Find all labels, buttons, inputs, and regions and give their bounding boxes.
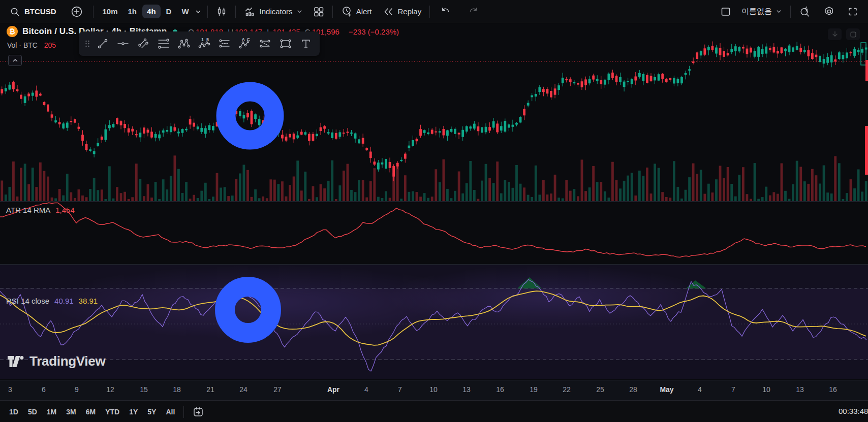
interval-4h[interactable]: 4h	[142, 5, 161, 18]
toolbar-divider	[183, 406, 184, 418]
time-label: 15	[140, 385, 148, 394]
bitcoin-logo-icon: ₿	[7, 26, 18, 37]
time-label: 3	[8, 385, 12, 394]
symbol-search-button[interactable]: BTCUSD	[6, 5, 60, 19]
time-label: 7	[398, 385, 402, 394]
chart-type-button[interactable]	[212, 4, 231, 19]
quick-search-button[interactable]	[795, 4, 815, 20]
save-layout-button[interactable]	[717, 4, 735, 19]
tradingview-logo-icon	[7, 355, 24, 368]
drag-handle[interactable]	[83, 34, 92, 54]
top-toolbar: BTCUSD 10m1h4hDW Indicators Alert	[0, 0, 868, 23]
rectangle-tool[interactable]	[276, 34, 295, 54]
rsi-value: 40.91	[54, 297, 74, 305]
fullscreen-icon	[847, 6, 858, 17]
time-label: 7	[731, 385, 735, 394]
redo-icon	[468, 6, 479, 17]
volume-row[interactable]: Vol · BTC 205	[7, 41, 56, 49]
time-label: 24	[239, 385, 247, 394]
tradingview-watermark: TradingView	[7, 353, 105, 369]
time-label: 19	[530, 385, 538, 394]
range-1D[interactable]: 1D	[5, 406, 22, 418]
symbol-name: BTCUSD	[24, 7, 56, 16]
quick-search-lightning-icon	[799, 6, 811, 18]
text-tool[interactable]	[296, 34, 316, 54]
interval-D[interactable]: D	[162, 5, 176, 18]
chart-canvas[interactable]	[0, 23, 868, 380]
tradingview-watermark-text: TradingView	[29, 353, 105, 369]
layouts-grid-button[interactable]	[309, 4, 328, 19]
toolbar-divider	[790, 6, 791, 18]
interval-1h[interactable]: 1h	[123, 5, 142, 18]
replay-button[interactable]: Replay	[379, 4, 425, 19]
drawing-toolbar: 15 AC	[79, 31, 320, 56]
range-All[interactable]: All	[162, 406, 179, 418]
candles-icon	[216, 6, 227, 17]
scroll-to-recent-button[interactable]	[828, 28, 842, 40]
layout-name: 이름없음	[741, 7, 772, 16]
xabcd-pattern-tool[interactable]	[174, 34, 194, 54]
range-6M[interactable]: 6M	[82, 406, 100, 418]
projection-tool[interactable]	[256, 34, 275, 54]
time-label: 9	[75, 385, 79, 394]
long-position-tool[interactable]	[215, 34, 234, 54]
elliott-wave-tool[interactable]: 15	[195, 34, 214, 54]
range-1Y[interactable]: 1Y	[125, 406, 142, 418]
rsi-indicator-legend[interactable]: RSI 14 close40.9138.91	[6, 297, 98, 305]
time-label: 13	[462, 385, 471, 394]
alert-button[interactable]: Alert	[337, 4, 376, 19]
add-symbol-button[interactable]	[67, 4, 86, 20]
indicators-label: Indicators	[260, 7, 293, 16]
range-5Y[interactable]: 5Y	[143, 406, 160, 418]
pane-quick-buttons	[828, 28, 860, 40]
time-label: 4	[698, 385, 702, 394]
range-1M[interactable]: 1M	[43, 406, 60, 418]
range-YTD[interactable]: YTD	[101, 406, 123, 418]
redo-button[interactable]	[464, 4, 482, 19]
plus-circle-icon	[71, 6, 83, 18]
rsi-band-fill	[0, 288, 868, 360]
time-label: 12	[106, 385, 114, 394]
toolbar-divider	[429, 6, 430, 18]
bar-close-countdown: 00:33:48	[839, 407, 868, 415]
time-label: 13	[796, 385, 804, 394]
volume-value: 205	[44, 41, 56, 49]
time-label: 27	[273, 385, 282, 394]
settings-button[interactable]	[820, 4, 839, 19]
atr-label: ATR 14 RMA	[6, 206, 50, 214]
maximize-pane-button[interactable]	[846, 28, 860, 40]
fib-retracement-tool[interactable]	[154, 34, 173, 54]
chevron-down-icon	[776, 8, 782, 15]
time-label: 6	[42, 385, 46, 394]
toolbar-divider	[235, 6, 236, 18]
annotation-circle	[226, 92, 274, 140]
time-label: 16	[829, 385, 837, 394]
interval-menu-button[interactable]	[194, 6, 203, 17]
collapse-pane-button[interactable]	[8, 55, 22, 66]
atr-value: 1,454	[55, 206, 75, 214]
range-3M[interactable]: 3M	[62, 406, 80, 418]
interval-W[interactable]: W	[177, 5, 193, 18]
undo-button[interactable]	[437, 4, 455, 19]
chevron-up-icon	[12, 57, 18, 63]
toolbar-divider	[93, 6, 94, 18]
indicators-button[interactable]: Indicators	[240, 4, 306, 20]
grid-icon	[313, 6, 324, 17]
bottom-toolbar: 1D5D1M3M6MYTD1Y5YAll	[0, 400, 868, 422]
layout-name-button[interactable]: 이름없음	[738, 5, 786, 18]
parallel-channel-tool[interactable]	[134, 34, 153, 54]
go-to-date-button[interactable]	[189, 404, 208, 420]
horizontal-line-tool[interactable]	[113, 34, 133, 54]
undo-icon	[440, 6, 451, 17]
fullscreen-button[interactable]	[844, 4, 862, 19]
toolbar-divider	[207, 6, 208, 18]
indicators-icon	[244, 6, 256, 18]
atr-line	[0, 203, 866, 257]
atr-indicator-legend[interactable]: ATR 14 RMA1,454	[6, 206, 75, 214]
volume-label: Vol · BTC	[7, 41, 38, 49]
time-axis[interactable]: 369121518212427Apr4710131619222528May471…	[0, 380, 868, 401]
abcd-pattern-tool[interactable]: AC	[235, 34, 255, 54]
range-5D[interactable]: 5D	[24, 406, 41, 418]
interval-10m[interactable]: 10m	[98, 5, 122, 18]
trend-line-tool[interactable]	[93, 34, 112, 54]
